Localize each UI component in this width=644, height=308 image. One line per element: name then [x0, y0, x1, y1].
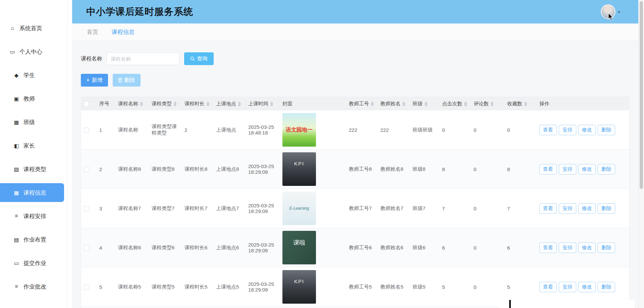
row-checkbox[interactable]	[84, 127, 89, 133]
cell-cover: 语文园地一	[280, 110, 346, 150]
tab-1[interactable]: 课程信息	[112, 28, 135, 36]
cell-type: 课程类型5	[149, 267, 182, 307]
column-header-11[interactable]: 评论数	[471, 97, 504, 110]
add-button[interactable]: + 新增	[81, 74, 108, 87]
row-checkbox[interactable]	[84, 167, 89, 172]
sidebar-item-label: 班级	[23, 118, 35, 126]
scrollbar-thumb[interactable]	[640, 1, 643, 189]
column-header-12[interactable]: 收藏数	[504, 97, 537, 110]
cell-name: 课程名称7	[115, 189, 149, 228]
cell-favorites: 6	[504, 228, 537, 267]
view-button[interactable]: 查看	[539, 125, 557, 135]
delete-button[interactable]: 删除	[113, 74, 141, 87]
delete-row-button[interactable]: 删除	[598, 203, 615, 214]
sidebar-item-label: 课程安排	[23, 212, 46, 220]
edit-button[interactable]: 修改	[578, 203, 596, 214]
column-header-10[interactable]: 点击次数	[439, 97, 471, 110]
cell-index: 1	[97, 110, 115, 150]
cover-image: 语文园地一	[282, 113, 316, 147]
cover-image-text: KPI	[294, 161, 304, 166]
tab-0[interactable]: 首页	[87, 28, 98, 36]
sidebar-item-7[interactable]: ▦课程信息	[0, 183, 64, 202]
column-header-9[interactable]: 班级	[410, 97, 439, 110]
sort-icon	[270, 102, 273, 106]
delete-row-button[interactable]: 删除	[598, 164, 615, 174]
sidebar-item-8[interactable]: ≡课程安排	[0, 207, 64, 225]
cell-name: 课程名称6	[115, 228, 149, 267]
edit-button[interactable]: 修改	[578, 125, 596, 135]
main-area: 中小学课后延时服务系统 ▾ 首页课程信息 课程名称 查询	[72, 0, 638, 308]
arrange-button[interactable]: 安排	[559, 203, 576, 214]
column-header-label: 教师姓名	[380, 101, 400, 106]
scrollbar[interactable]	[638, 0, 644, 308]
sidebar-item-label: 家长	[23, 142, 35, 150]
sidebar-item-label: 课程类型	[23, 165, 46, 173]
select-all-checkbox[interactable]	[84, 101, 89, 107]
delete-row-button[interactable]: 删除	[598, 125, 615, 135]
search-label: 课程名称	[81, 55, 102, 62]
row-checkbox[interactable]	[84, 285, 89, 290]
sidebar-item-6[interactable]: ▧课程类型	[0, 160, 64, 178]
sidebar-item-1[interactable]: ▭个人中心	[0, 42, 64, 61]
column-header-4[interactable]: 上课地点	[213, 97, 246, 110]
arrange-button[interactable]: 安排	[559, 125, 576, 135]
column-header-2[interactable]: 课程类型	[149, 97, 182, 110]
sidebar-item-11[interactable]: ≡作业批改	[0, 277, 64, 296]
sidebar-item-0[interactable]: ⌂系统首页	[0, 19, 64, 38]
column-header-label: 上课地点	[216, 101, 236, 106]
cell-comments: 0	[471, 228, 504, 267]
sidebar-item-9[interactable]: ▤作业布置	[0, 230, 64, 249]
sidebar-item-label: 提交作业	[23, 259, 46, 267]
cell-duration	[182, 307, 213, 308]
sidebar-item-5[interactable]: ◧家长	[0, 136, 64, 155]
column-header-3[interactable]: 课程时长	[182, 97, 213, 110]
view-button[interactable]: 查看	[539, 164, 557, 174]
cell-index: 4	[97, 228, 115, 267]
column-header-7[interactable]: 教师工号	[346, 97, 378, 110]
edit-button[interactable]: 修改	[578, 243, 596, 253]
column-header-0: 序号	[97, 97, 115, 110]
arrange-button[interactable]: 安排	[559, 282, 576, 292]
sidebar-item-3[interactable]: ▣教师	[0, 89, 64, 108]
cell-location	[213, 307, 246, 308]
sidebar-item-label: 教师	[23, 95, 35, 103]
sort-icon	[402, 102, 406, 106]
cell-actions: 查看安排修改删除	[537, 110, 629, 150]
cell-actions: 查看安排修改删除	[537, 189, 629, 228]
cover-image: KPI	[282, 270, 316, 304]
delete-row-button[interactable]: 删除	[598, 243, 615, 253]
course-name-input[interactable]	[106, 52, 179, 65]
sidebar-item-4[interactable]: ▦班级	[0, 113, 64, 132]
cover-image-text: KPI	[294, 278, 304, 284]
query-button[interactable]: 查询	[184, 52, 214, 65]
cell-teacher_name: 教师姓名7	[378, 189, 410, 228]
row-checkbox[interactable]	[84, 206, 89, 211]
sidebar-item-label: 作业批改	[23, 283, 46, 291]
view-button[interactable]: 查看	[539, 203, 557, 214]
grading-list-icon: ≡	[13, 284, 20, 290]
column-header-label: 评论数	[474, 101, 489, 106]
sidebar-item-10[interactable]: ▭提交作业	[0, 254, 64, 272]
cell-teacher_id: 教师工号5	[346, 267, 378, 307]
sidebar-item-2[interactable]: ◆学生	[0, 66, 64, 85]
edit-button[interactable]: 修改	[578, 282, 596, 292]
column-header-1[interactable]: 课程名称	[115, 97, 149, 110]
cell-time: 2025-03-25 18:29:09	[246, 150, 280, 189]
chevron-down-icon: ▾	[618, 9, 620, 14]
view-button[interactable]: 查看	[539, 282, 557, 292]
cover-image: E-Learning	[282, 192, 316, 225]
column-header-5[interactable]: 上课时间	[246, 97, 280, 110]
view-button[interactable]: 查看	[539, 243, 557, 253]
edit-button[interactable]: 修改	[578, 164, 596, 174]
column-header-label: 操作	[539, 101, 549, 106]
cover-image-text: E-Learning	[289, 206, 309, 211]
arrange-button[interactable]: 安排	[559, 164, 576, 174]
column-header-8[interactable]: 教师姓名	[378, 97, 410, 110]
app-title: 中小学课后延时服务系统	[86, 5, 601, 18]
cell-duration: 课程时长8	[182, 150, 213, 189]
delete-row-button[interactable]: 删除	[598, 282, 615, 292]
arrange-button[interactable]: 安排	[559, 243, 576, 253]
cell-index: 3	[97, 189, 115, 228]
row-checkbox[interactable]	[84, 245, 89, 251]
schedule-list-icon: ≡	[13, 213, 20, 219]
